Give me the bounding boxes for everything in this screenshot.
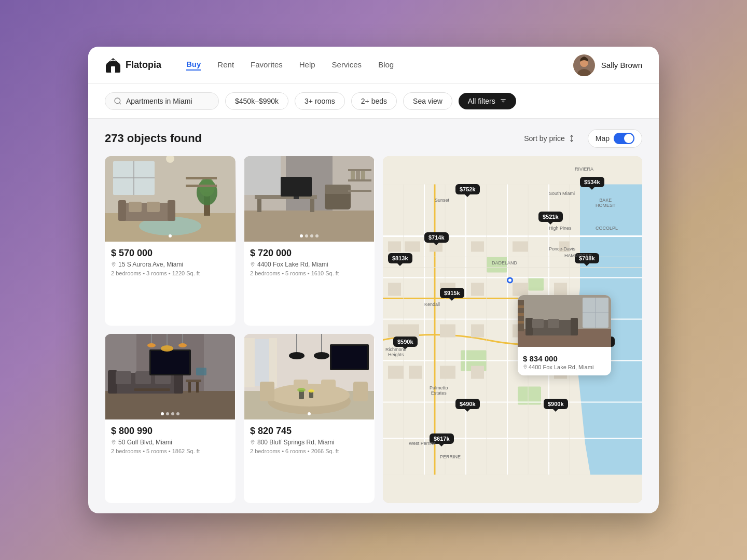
svg-rect-35 xyxy=(257,199,261,212)
svg-rect-43 xyxy=(348,190,371,192)
svg-point-29 xyxy=(113,263,114,264)
svg-point-90 xyxy=(289,352,305,359)
map-pin-714k[interactable]: $714k xyxy=(424,232,449,243)
logo[interactable]: Flatopia xyxy=(105,57,161,74)
svg-rect-60 xyxy=(151,351,189,374)
map-pin-752k[interactable]: $752k xyxy=(455,184,480,194)
main-content: 273 objects found Sort by price Map xyxy=(88,119,659,513)
svg-rect-26 xyxy=(186,177,217,179)
svg-point-48 xyxy=(252,263,253,264)
nav-services[interactable]: Services xyxy=(332,60,362,70)
listing-address: 15 S Aurora Ave, Miami xyxy=(111,261,229,268)
popup-address: 4400 Fox Lake Rd, Miami xyxy=(523,364,606,370)
map-label-dadeland: DADELAND xyxy=(492,260,517,265)
toggle-switch[interactable] xyxy=(614,133,634,144)
svg-rect-139 xyxy=(471,366,484,379)
svg-rect-133 xyxy=(471,325,484,338)
location-icon xyxy=(250,262,255,267)
nav-help[interactable]: Help xyxy=(299,60,315,70)
map-label-kendall: Kendall xyxy=(424,302,440,307)
map-pin-490k[interactable]: $490k xyxy=(455,399,480,409)
svg-rect-66 xyxy=(151,334,152,344)
beds-filter-btn[interactable]: 2+ beds xyxy=(351,92,397,110)
svg-rect-71 xyxy=(196,368,206,375)
image-dots xyxy=(308,412,311,415)
svg-point-159 xyxy=(525,366,526,367)
map-label-palmetto: PalmettoEstates xyxy=(430,385,448,396)
listing-card[interactable]: $ 570 000 15 S Aurora Ave, Miami 2 bedro… xyxy=(105,156,236,326)
svg-rect-138 xyxy=(440,366,455,379)
listing-card[interactable]: $ 720 000 4400 Fox Lake Rd, Miami 2 bedr… xyxy=(244,156,375,326)
listing-details: 2 bedrooms • 5 rooms • 1610 Sq. ft xyxy=(250,270,368,276)
svg-rect-151 xyxy=(548,319,559,328)
map-pin-900k[interactable]: $900k xyxy=(544,399,568,409)
svg-rect-19 xyxy=(147,202,160,212)
room-interior-1 xyxy=(105,156,236,242)
all-filters-btn[interactable]: All filters xyxy=(459,93,516,109)
svg-rect-156 xyxy=(518,305,524,308)
listing-info: $ 570 000 15 S Aurora Ave, Miami 2 bedro… xyxy=(105,242,236,283)
map-label-highpines: High Pines xyxy=(549,226,572,231)
svg-rect-149 xyxy=(571,318,578,335)
svg-point-142 xyxy=(508,279,511,282)
listing-details: 2 bedrooms • 6 rooms • 2066 Sq. ft xyxy=(250,448,368,454)
map-popup[interactable]: $ 834 000 4400 Fox Lake Rd, Miami xyxy=(518,295,611,375)
listing-info: $ 720 000 4400 Fox Lake Rd, Miami 2 bedr… xyxy=(244,242,375,283)
svg-rect-46 xyxy=(361,171,365,179)
map-label-sunset: Sunset xyxy=(435,198,449,203)
popup-location-icon xyxy=(523,365,528,369)
map-pin-590k[interactable]: $590k xyxy=(393,337,418,347)
map-area[interactable]: $752k $534k $521k $714k $813k $708k $915… xyxy=(383,156,642,503)
content-area: $ 570 000 15 S Aurora Ave, Miami 2 bedro… xyxy=(88,156,659,513)
svg-rect-16 xyxy=(118,200,126,221)
nav-favorites[interactable]: Favorites xyxy=(251,60,283,70)
rooms-filter-btn[interactable]: 3+ rooms xyxy=(295,92,345,110)
svg-rect-131 xyxy=(388,325,419,338)
svg-rect-77 xyxy=(244,338,255,387)
nav-buy[interactable]: Buy xyxy=(186,60,201,71)
seaview-filter-btn[interactable]: Sea view xyxy=(403,92,452,110)
map-label-cocolpl: COCOLPL xyxy=(596,226,618,231)
search-box[interactable] xyxy=(105,92,219,110)
svg-rect-78 xyxy=(269,338,277,387)
price-filter-btn[interactable]: $450k–$990k xyxy=(225,92,288,110)
map-pin-521k[interactable]: $521k xyxy=(538,212,563,222)
map-pin-813k[interactable]: $813k xyxy=(388,253,412,263)
svg-rect-83 xyxy=(321,380,336,399)
image-dots xyxy=(300,234,319,237)
svg-rect-39 xyxy=(325,191,351,209)
sort-button[interactable]: Sort by price xyxy=(524,134,575,143)
nav-blog[interactable]: Blog xyxy=(378,60,394,70)
svg-rect-130 xyxy=(554,283,567,296)
svg-rect-57 xyxy=(135,371,151,384)
svg-rect-62 xyxy=(188,382,191,393)
map-toggle[interactable]: Map xyxy=(588,129,642,148)
map-pin-915k[interactable]: $915k xyxy=(440,288,464,298)
user-area: Sally Brown xyxy=(573,54,642,76)
listing-info: $ 800 990 50 Gulf Blvd, Miami 2 bedrooms… xyxy=(105,419,236,460)
listing-card[interactable]: $ 820 745 800 Bluff Springs Rd, Miami 2 … xyxy=(244,334,375,503)
avatar-svg xyxy=(573,54,595,76)
map-label-hammocks: HAMMOCKS xyxy=(564,253,592,258)
room-interior-4 xyxy=(244,334,375,419)
svg-rect-91 xyxy=(321,334,322,355)
svg-point-65 xyxy=(161,345,173,352)
location-icon xyxy=(111,440,116,445)
svg-rect-44 xyxy=(351,171,355,179)
svg-rect-41 xyxy=(348,169,371,171)
location-icon xyxy=(111,262,116,267)
svg-point-86 xyxy=(297,388,306,392)
svg-rect-125 xyxy=(513,242,528,252)
nav-rent[interactable]: Rent xyxy=(217,60,234,70)
svg-rect-137 xyxy=(409,366,422,379)
results-header: 273 objects found Sort by price Map xyxy=(88,119,659,156)
map-pin-534k[interactable]: $534k xyxy=(580,177,604,187)
svg-rect-42 xyxy=(348,179,371,181)
avatar[interactable] xyxy=(573,54,595,76)
listing-card[interactable]: $ 800 990 50 Gulf Blvd, Miami 2 bedrooms… xyxy=(105,334,236,503)
search-input[interactable] xyxy=(126,97,210,105)
nav: Buy Rent Favorites Help Services Blog xyxy=(186,60,573,71)
svg-rect-124 xyxy=(471,242,484,252)
svg-point-92 xyxy=(314,352,329,359)
map-label-westperrine: West Perrine xyxy=(409,441,436,446)
